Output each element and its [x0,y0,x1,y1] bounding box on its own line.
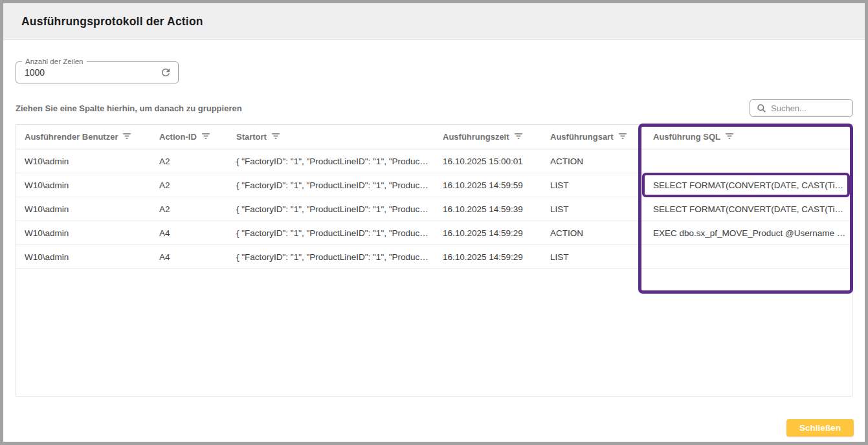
table-row[interactable]: W10\admin A4 { "FactoryID": "1", "Produc… [16,221,852,245]
column-label: Ausführungszeit [443,132,509,142]
row-count-label: Anzahl der Zeilen [22,57,87,66]
refresh-icon [160,67,172,78]
group-panel-hint: Ziehen Sie eine Spalte hierhin, um danac… [16,103,242,113]
column-label: Action-ID [159,132,197,142]
column-label: Ausführungsart [550,132,614,142]
cell-startort: { "FactoryID": "1", "ProductLineID": "1"… [228,149,434,173]
cell-sql-highlighted: SELECT FORMAT(CONVERT(DATE, CAST(Time… [645,173,852,197]
cell-exec-type: LIST [542,173,645,197]
cell-exec-type: LIST [542,197,645,221]
dialog-window: Ausführungsprotokoll der Action Anzahl d… [0,0,868,445]
cell-user: W10\admin [16,149,151,173]
dialog-content: Anzahl der Zeilen Ziehen Sie eine Spalte… [3,40,865,442]
cell-sql [645,149,852,173]
table-row[interactable]: W10\admin A2 { "FactoryID": "1", "Produc… [16,173,852,197]
cell-exec-type: ACTION [542,149,645,173]
dialog-titlebar: Ausführungsprotokoll der Action [3,3,865,40]
cell-exec-time: 16.10.2025 14:59:29 [434,245,542,268]
row-count-field: Anzahl der Zeilen [16,61,179,83]
cell-sql: SELECT FORMAT(CONVERT(DATE, CAST(Time… [645,197,852,221]
filter-icon[interactable] [271,132,280,142]
column-header-ausfuehrungszeit[interactable]: Ausführungszeit [434,125,542,149]
table-row[interactable]: W10\admin A2 { "FactoryID": "1", "Produc… [16,149,852,173]
cell-startort: { "FactoryID": "1", "ProductLineID": "1"… [228,197,434,221]
cell-sql [645,245,852,268]
column-header-ausfuehrung-sql[interactable]: Ausführung SQL [645,125,852,149]
filter-icon[interactable] [122,132,131,142]
cell-exec-time: 16.10.2025 14:59:59 [434,173,542,197]
cell-action-id: A2 [151,197,228,221]
column-label: Ausführung SQL [653,132,720,142]
cell-exec-type: LIST [542,245,645,268]
cell-startort: { "FactoryID": "1", "ProductLineID": "1"… [228,173,434,197]
cell-exec-type: ACTION [542,221,645,244]
execution-log-table: Ausführender Benutzer Action-ID [16,124,852,396]
cell-user: W10\admin [16,221,151,244]
refresh-button[interactable] [156,63,175,82]
cell-exec-time: 16.10.2025 15:00:01 [434,149,542,173]
column-label: Startort [236,132,267,142]
column-label: Ausführender Benutzer [25,132,118,142]
cell-exec-time: 16.10.2025 14:59:39 [434,197,542,221]
filter-icon[interactable] [201,132,210,142]
table-row[interactable]: W10\admin A4 { "FactoryID": "1", "Produc… [16,245,852,269]
cell-action-id: A4 [151,245,228,268]
column-header-ausfuehrender-benutzer[interactable]: Ausführender Benutzer [16,125,151,149]
filter-icon[interactable] [725,132,734,142]
search-input[interactable] [771,103,845,113]
column-header-action-id[interactable]: Action-ID [151,125,228,149]
column-header-ausfuehrungsart[interactable]: Ausführungsart [542,125,645,149]
cell-action-id: A2 [151,149,228,173]
cell-sql: EXEC dbo.sx_pf_MOVE_Product @Username =… [645,221,852,244]
close-button[interactable]: Schließen [786,419,854,437]
cell-action-id: A2 [151,173,228,197]
row-count-input[interactable] [16,67,139,78]
cell-user: W10\admin [16,197,151,221]
table-row[interactable]: W10\admin A2 { "FactoryID": "1", "Produc… [16,197,852,221]
cell-startort: { "FactoryID": "1", "ProductLineID": "1"… [228,221,434,244]
cell-exec-time: 16.10.2025 14:59:29 [434,221,542,244]
search-box [750,99,853,117]
filter-icon[interactable] [618,132,627,142]
cell-user: W10\admin [16,173,151,197]
table-header-row: Ausführender Benutzer Action-ID [16,125,852,149]
cell-user: W10\admin [16,245,151,268]
search-icon [757,103,766,113]
column-header-startort[interactable]: Startort [228,125,434,149]
cell-startort: { "FactoryID": "1", "ProductLineID": "1"… [228,245,434,268]
page-title: Ausführungsprotokoll der Action [21,15,203,28]
filter-icon[interactable] [514,132,523,142]
cell-action-id: A4 [151,221,228,244]
